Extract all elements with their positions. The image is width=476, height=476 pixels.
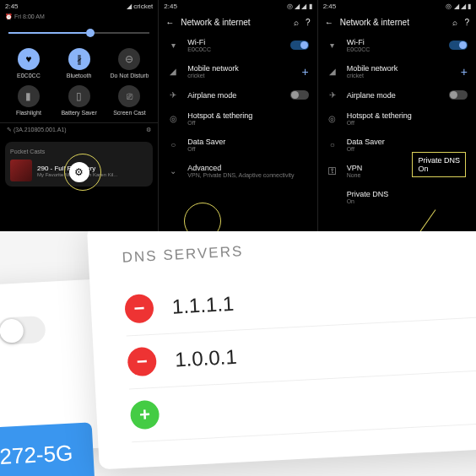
add-icon[interactable]: + — [301, 65, 308, 78]
callout-box: Private DNS On — [412, 152, 466, 177]
row-title: Wi-Fi — [187, 38, 281, 46]
row-subtitle: cricket — [347, 73, 452, 78]
row-title: Data Saver — [187, 138, 308, 146]
settings-panel-expanded: 2:45◎ ◢ ◢ ▮ ← Network & internet ⌕ ? ▾ W… — [318, 0, 476, 231]
row-icon: ◎ — [167, 114, 179, 123]
settings-row[interactable]: ◢ Mobile network cricket + — [318, 58, 476, 84]
help-icon[interactable]: ? — [464, 18, 469, 27]
row-title: Hotspot & tethering — [187, 111, 308, 120]
row-subtitle: Off — [347, 146, 468, 152]
row-icon: ⚿ — [327, 166, 338, 176]
back-icon[interactable]: ← — [325, 18, 333, 27]
callout-title: Private DNS — [418, 156, 460, 165]
row-icon: ◎ — [327, 114, 338, 123]
brightness-slider[interactable] — [8, 26, 149, 40]
add-icon[interactable]: + — [461, 65, 468, 78]
search-icon[interactable]: ⌕ — [294, 18, 299, 27]
toggle[interactable] — [290, 90, 309, 100]
tile-label: E0C0CC — [3, 73, 54, 78]
tile-icon: ▮ — [18, 85, 40, 107]
tile-label: Do Not Disturb — [105, 73, 155, 78]
status-icons: ◎ ◢ ◢ ▮ — [446, 3, 471, 10]
settings-panel-basic: 2:45◎ ◢ ◢ ▮ ← Network & internet ⌕ ? ▾ W… — [159, 0, 317, 231]
add-icon[interactable]: + — [130, 400, 160, 430]
row-title: Airplane mode — [187, 91, 281, 100]
settings-row[interactable]: ✈ Airplane mode — [318, 84, 476, 105]
row-title: Mobile network — [187, 64, 293, 73]
qs-tile[interactable]: ⊖ Do Not Disturb — [105, 45, 155, 82]
dns-value: 1.0.0.1 — [175, 345, 238, 372]
tile-label: Screen Cast — [105, 110, 155, 116]
row-subtitle: E0C0CC — [187, 46, 281, 52]
qs-tile[interactable]: ♥ E0C0CC — [3, 45, 54, 82]
row-title: Advanced — [187, 164, 308, 172]
page-title: Network & internet — [181, 18, 250, 27]
row-title: Hotspot & tethering — [347, 111, 468, 120]
alarm-chip[interactable]: ⏰ Fri 8:00 AM — [0, 13, 158, 21]
row-title: Private DNS — [347, 190, 468, 198]
toggle[interactable] — [449, 90, 468, 100]
tile-icon: ⎚ — [118, 85, 140, 107]
row-icon: ▾ — [327, 41, 338, 50]
settings-row[interactable]: ◎ Hotspot & tethering Off — [159, 105, 316, 132]
row-icon: ✈ — [327, 90, 338, 100]
row-subtitle: E0C0CC — [347, 46, 441, 52]
settings-row[interactable]: ○ Data Saver Off — [159, 132, 316, 158]
tile-label: Flashlight — [3, 110, 54, 116]
row-subtitle: cricket — [187, 73, 293, 78]
carrier: ◢ cricket — [127, 3, 153, 10]
row-title: Wi-Fi — [347, 38, 441, 46]
settings-row[interactable]: ✈ Airplane mode — [159, 84, 316, 105]
settings-row[interactable]: ◎ Hotspot & tethering Off — [318, 105, 476, 132]
qs-tile[interactable]: ⎚ Screen Cast — [105, 82, 155, 119]
tile-icon: ♥ — [18, 48, 40, 70]
back-icon[interactable]: ← — [165, 18, 174, 27]
qs-tile[interactable]: ▯ Battery Saver — [54, 82, 105, 119]
row-subtitle: Off — [187, 146, 308, 152]
row-subtitle: On — [347, 198, 468, 204]
row-title: Data Saver — [347, 138, 468, 146]
remove-icon[interactable]: − — [127, 347, 157, 377]
status-icons: ◎ ◢ ◢ ▮ — [287, 3, 312, 10]
settings-row[interactable]: Private DNS On — [318, 184, 476, 210]
toggle[interactable] — [290, 41, 309, 50]
search-icon[interactable]: ⌕ — [452, 18, 457, 27]
row-subtitle: Off — [347, 120, 468, 126]
settings-row[interactable]: ▾ Wi-Fi E0C0CC — [159, 32, 316, 58]
quick-settings-panel: 2:45 ◢ cricket ⏰ Fri 8:00 AM ♥ E0C0CC ∦ … — [0, 0, 159, 231]
row-icon: ○ — [327, 140, 338, 149]
qs-tile[interactable]: ▮ Flashlight — [3, 82, 54, 119]
row-subtitle: Off — [187, 120, 308, 126]
toggle-switch[interactable] — [0, 316, 46, 345]
row-title: Mobile network — [347, 64, 452, 73]
settings-row[interactable]: ▾ Wi-Fi E0C0CC — [318, 32, 476, 58]
help-icon[interactable]: ? — [306, 18, 311, 27]
time: 2:45 — [5, 3, 19, 10]
toggle[interactable] — [449, 41, 468, 50]
row-icon: ◢ — [327, 67, 338, 76]
row-icon: ✈ — [167, 90, 179, 100]
qs-tile[interactable]: ∦ Bluetooth — [54, 45, 105, 82]
page-title: Network & internet — [340, 18, 409, 27]
remove-icon[interactable]: − — [124, 294, 154, 324]
row-icon: ▾ — [167, 41, 179, 50]
network-chip[interactable]: 272-5G — [0, 422, 95, 476]
row-icon: ○ — [167, 140, 179, 149]
dns-value: 1.1.1.1 — [171, 292, 235, 319]
tile-icon: ∦ — [68, 48, 90, 70]
row-title: Airplane mode — [347, 91, 441, 100]
settings-row[interactable]: ⌄ Advanced VPN, Private DNS, Adaptive co… — [159, 158, 316, 184]
tile-label: Bluetooth — [54, 73, 105, 78]
settings-row[interactable]: ◢ Mobile network cricket + — [159, 58, 316, 84]
pencil-icon[interactable]: ✎ (3A.210805.001.A1) — [7, 127, 67, 133]
edit-row: ✎ (3A.210805.001.A1) ⚙ — [0, 122, 158, 137]
gear-icon[interactable]: ⚙ — [146, 127, 151, 133]
media-card[interactable]: Pocket Casts ⚙ 290 - Full Recovery My Fa… — [5, 142, 153, 187]
dns-card: DNS SERVERS − 1.1.1.1 − 1.0.0.1 + — [87, 231, 476, 469]
album-art — [10, 160, 32, 181]
tile-label: Battery Saver — [54, 110, 105, 116]
gear-icon[interactable]: ⚙ — [69, 162, 89, 182]
callout-sub: On — [418, 165, 460, 173]
tile-icon: ▯ — [68, 85, 90, 107]
app-label: Pocket Casts — [10, 149, 45, 154]
